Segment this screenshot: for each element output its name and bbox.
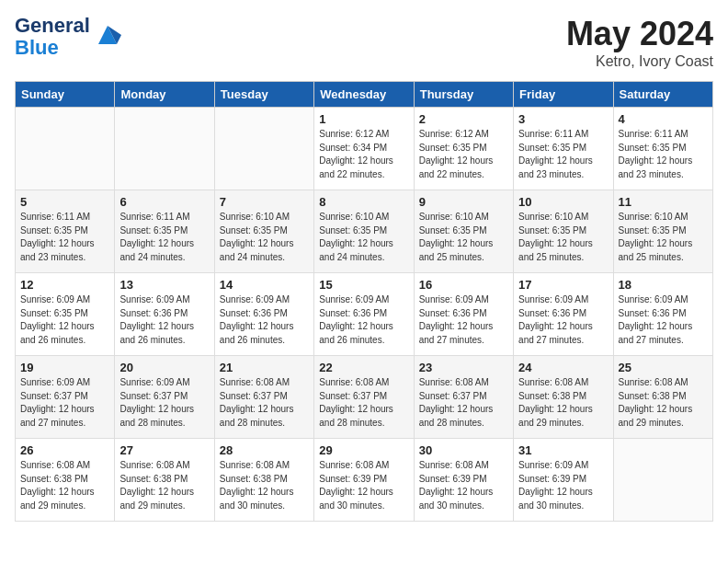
weekday-header-sunday: Sunday — [16, 82, 115, 108]
month-title: May 2024 — [566, 15, 713, 53]
day-number: 3 — [518, 112, 608, 126]
calendar-cell: 12Sunrise: 6:09 AM Sunset: 6:35 PM Dayli… — [16, 273, 115, 356]
calendar-cell: 10Sunrise: 6:10 AM Sunset: 6:35 PM Dayli… — [514, 190, 613, 273]
day-info: Sunrise: 6:08 AM Sunset: 6:37 PM Dayligh… — [220, 376, 309, 430]
day-info: Sunrise: 6:08 AM Sunset: 6:38 PM Dayligh… — [20, 459, 109, 512]
day-number: 10 — [518, 195, 608, 209]
day-number: 28 — [220, 443, 309, 457]
day-info: Sunrise: 6:11 AM Sunset: 6:35 PM Dayligh… — [119, 211, 209, 264]
calendar-week-3: 19Sunrise: 6:09 AM Sunset: 6:37 PM Dayli… — [16, 356, 713, 439]
day-number: 23 — [419, 361, 508, 374]
day-info: Sunrise: 6:09 AM Sunset: 6:37 PM Dayligh… — [20, 376, 109, 430]
day-number: 6 — [119, 195, 209, 209]
logo: General Blue — [15, 15, 121, 59]
logo-blue: Blue — [15, 36, 59, 59]
title-area: May 2024 Ketro, Ivory Coast — [566, 15, 713, 70]
day-number: 13 — [119, 278, 209, 292]
location: Ketro, Ivory Coast — [566, 53, 713, 70]
day-number: 25 — [619, 361, 708, 374]
day-info: Sunrise: 6:12 AM Sunset: 6:34 PM Dayligh… — [319, 128, 408, 181]
weekday-header-thursday: Thursday — [414, 82, 513, 108]
day-info: Sunrise: 6:09 AM Sunset: 6:36 PM Dayligh… — [518, 293, 608, 347]
calendar-cell: 27Sunrise: 6:08 AM Sunset: 6:38 PM Dayli… — [115, 439, 214, 522]
day-info: Sunrise: 6:08 AM Sunset: 6:39 PM Dayligh… — [419, 459, 508, 512]
calendar-week-0: 1Sunrise: 6:12 AM Sunset: 6:34 PM Daylig… — [16, 108, 713, 190]
calendar-cell: 25Sunrise: 6:08 AM Sunset: 6:38 PM Dayli… — [613, 356, 712, 439]
calendar-cell: 28Sunrise: 6:08 AM Sunset: 6:38 PM Dayli… — [214, 439, 313, 522]
calendar-cell — [16, 108, 115, 190]
day-info: Sunrise: 6:11 AM Sunset: 6:35 PM Dayligh… — [518, 128, 608, 181]
calendar-cell: 18Sunrise: 6:09 AM Sunset: 6:36 PM Dayli… — [613, 273, 712, 356]
day-info: Sunrise: 6:11 AM Sunset: 6:35 PM Dayligh… — [619, 128, 708, 181]
day-number: 1 — [319, 112, 408, 126]
day-number: 30 — [419, 443, 508, 457]
day-info: Sunrise: 6:09 AM Sunset: 6:37 PM Dayligh… — [119, 376, 209, 430]
day-info: Sunrise: 6:09 AM Sunset: 6:36 PM Dayligh… — [319, 293, 408, 347]
day-number: 15 — [319, 278, 408, 292]
day-number: 18 — [619, 278, 708, 292]
logo-general: General — [15, 14, 90, 37]
calendar-cell: 7Sunrise: 6:10 AM Sunset: 6:35 PM Daylig… — [214, 190, 313, 273]
calendar-cell: 4Sunrise: 6:11 AM Sunset: 6:35 PM Daylig… — [613, 108, 712, 190]
calendar-cell: 26Sunrise: 6:08 AM Sunset: 6:38 PM Dayli… — [16, 439, 115, 522]
day-number: 21 — [220, 361, 309, 374]
calendar-table: SundayMondayTuesdayWednesdayThursdayFrid… — [15, 81, 713, 522]
day-number: 2 — [419, 112, 508, 126]
day-number: 22 — [319, 361, 408, 374]
day-info: Sunrise: 6:09 AM Sunset: 6:36 PM Dayligh… — [419, 293, 508, 347]
weekday-header-friday: Friday — [514, 82, 613, 108]
calendar-cell: 23Sunrise: 6:08 AM Sunset: 6:37 PM Dayli… — [414, 356, 513, 439]
day-info: Sunrise: 6:09 AM Sunset: 6:36 PM Dayligh… — [119, 293, 209, 347]
day-info: Sunrise: 6:08 AM Sunset: 6:38 PM Dayligh… — [619, 376, 708, 430]
calendar-cell: 2Sunrise: 6:12 AM Sunset: 6:35 PM Daylig… — [414, 108, 513, 190]
calendar-cell — [214, 108, 313, 190]
day-number: 12 — [20, 278, 109, 292]
calendar-cell: 31Sunrise: 6:09 AM Sunset: 6:39 PM Dayli… — [514, 439, 613, 522]
day-info: Sunrise: 6:08 AM Sunset: 6:37 PM Dayligh… — [419, 376, 508, 430]
calendar-cell: 17Sunrise: 6:09 AM Sunset: 6:36 PM Dayli… — [514, 273, 613, 356]
calendar-cell: 6Sunrise: 6:11 AM Sunset: 6:35 PM Daylig… — [115, 190, 214, 273]
day-number: 11 — [619, 195, 708, 209]
calendar-week-4: 26Sunrise: 6:08 AM Sunset: 6:38 PM Dayli… — [16, 439, 713, 522]
calendar-cell: 21Sunrise: 6:08 AM Sunset: 6:37 PM Dayli… — [214, 356, 313, 439]
day-number: 19 — [20, 361, 109, 374]
calendar-cell: 8Sunrise: 6:10 AM Sunset: 6:35 PM Daylig… — [314, 190, 414, 273]
day-info: Sunrise: 6:08 AM Sunset: 6:37 PM Dayligh… — [319, 376, 408, 430]
page-header: General Blue May 2024 Ketro, Ivory Coast — [15, 15, 713, 70]
calendar-cell — [115, 108, 214, 190]
weekday-header-wednesday: Wednesday — [314, 82, 414, 108]
day-number: 29 — [319, 443, 408, 457]
day-info: Sunrise: 6:08 AM Sunset: 6:39 PM Dayligh… — [319, 459, 408, 512]
calendar-cell: 20Sunrise: 6:09 AM Sunset: 6:37 PM Dayli… — [115, 356, 214, 439]
day-number: 9 — [419, 195, 508, 209]
calendar-cell: 16Sunrise: 6:09 AM Sunset: 6:36 PM Dayli… — [414, 273, 513, 356]
weekday-header-saturday: Saturday — [613, 82, 712, 108]
calendar-cell: 24Sunrise: 6:08 AM Sunset: 6:38 PM Dayli… — [514, 356, 613, 439]
weekday-header-monday: Monday — [115, 82, 214, 108]
day-info: Sunrise: 6:09 AM Sunset: 6:36 PM Dayligh… — [220, 293, 309, 347]
day-number: 20 — [119, 361, 209, 374]
day-info: Sunrise: 6:08 AM Sunset: 6:38 PM Dayligh… — [220, 459, 309, 512]
day-number: 26 — [20, 443, 109, 457]
day-number: 7 — [220, 195, 309, 209]
day-info: Sunrise: 6:10 AM Sunset: 6:35 PM Dayligh… — [319, 211, 408, 264]
day-number: 14 — [220, 278, 309, 292]
day-info: Sunrise: 6:10 AM Sunset: 6:35 PM Dayligh… — [220, 211, 309, 264]
day-info: Sunrise: 6:12 AM Sunset: 6:35 PM Dayligh… — [419, 128, 508, 181]
day-number: 16 — [419, 278, 508, 292]
calendar-cell: 13Sunrise: 6:09 AM Sunset: 6:36 PM Dayli… — [115, 273, 214, 356]
day-info: Sunrise: 6:09 AM Sunset: 6:35 PM Dayligh… — [20, 293, 109, 347]
calendar-cell — [613, 439, 712, 522]
day-info: Sunrise: 6:08 AM Sunset: 6:38 PM Dayligh… — [119, 459, 209, 512]
calendar-week-1: 5Sunrise: 6:11 AM Sunset: 6:35 PM Daylig… — [16, 190, 713, 273]
day-number: 4 — [619, 112, 708, 126]
day-number: 8 — [319, 195, 408, 209]
day-info: Sunrise: 6:09 AM Sunset: 6:39 PM Dayligh… — [518, 459, 608, 512]
calendar-cell: 29Sunrise: 6:08 AM Sunset: 6:39 PM Dayli… — [314, 439, 414, 522]
day-info: Sunrise: 6:10 AM Sunset: 6:35 PM Dayligh… — [419, 211, 508, 264]
calendar-cell: 22Sunrise: 6:08 AM Sunset: 6:37 PM Dayli… — [314, 356, 414, 439]
day-info: Sunrise: 6:08 AM Sunset: 6:38 PM Dayligh… — [518, 376, 608, 430]
logo-icon — [94, 21, 121, 49]
day-number: 31 — [518, 443, 608, 457]
calendar-cell: 15Sunrise: 6:09 AM Sunset: 6:36 PM Dayli… — [314, 273, 414, 356]
